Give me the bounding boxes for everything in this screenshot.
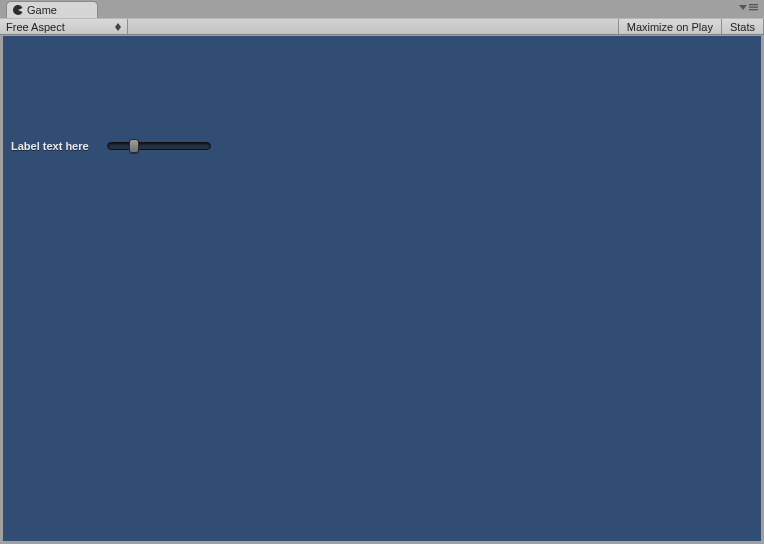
svg-rect-0 bbox=[749, 4, 758, 5]
stats-button[interactable]: Stats bbox=[721, 19, 764, 34]
horizontal-slider[interactable] bbox=[107, 140, 211, 152]
svg-rect-1 bbox=[749, 7, 758, 8]
game-toolbar: Free Aspect Maximize on Play Stats bbox=[0, 18, 764, 35]
maximize-on-play-button[interactable]: Maximize on Play bbox=[618, 19, 721, 34]
tab-game[interactable]: Game bbox=[6, 1, 98, 18]
svg-rect-2 bbox=[749, 9, 758, 10]
slider-track bbox=[107, 142, 211, 150]
stats-label: Stats bbox=[730, 21, 755, 33]
toolbar-spacer bbox=[128, 19, 618, 34]
slider-label: Label text here bbox=[11, 140, 107, 152]
tab-title: Game bbox=[27, 4, 57, 16]
updown-icon bbox=[115, 23, 121, 31]
dropdown-triangle-icon bbox=[739, 3, 747, 11]
aspect-dropdown-label: Free Aspect bbox=[6, 21, 65, 33]
slider-thumb[interactable] bbox=[129, 139, 139, 153]
tab-bar: Game bbox=[0, 0, 764, 18]
menu-lines-icon bbox=[749, 3, 758, 11]
gui-horizontal-slider-row: Label text here bbox=[11, 140, 211, 152]
maximize-on-play-label: Maximize on Play bbox=[627, 21, 713, 33]
aspect-dropdown[interactable]: Free Aspect bbox=[0, 19, 128, 34]
game-panel: Game Free Aspect Maximize on Play bbox=[0, 0, 764, 544]
pane-options-button[interactable] bbox=[739, 3, 758, 11]
game-icon bbox=[13, 5, 23, 15]
game-viewport: Label text here bbox=[3, 36, 761, 541]
